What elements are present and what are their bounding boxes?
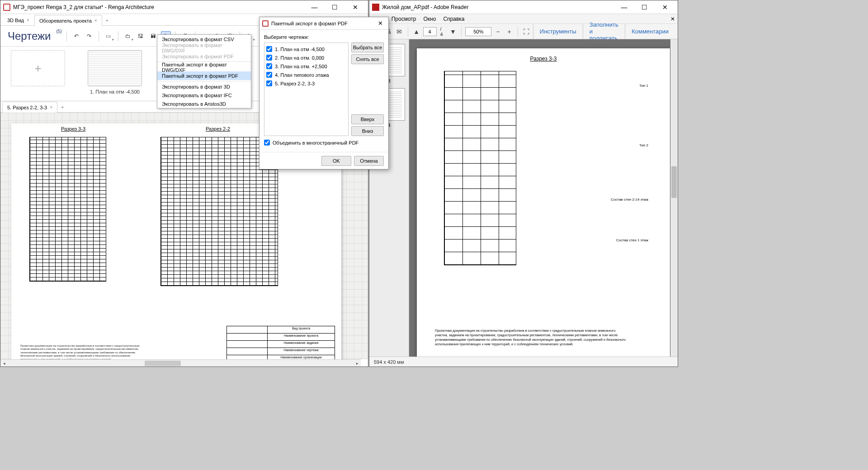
- close-icon[interactable]: ×: [50, 105, 52, 110]
- title-block: Вид проекта Наименование проекта Наимено…: [226, 326, 335, 359]
- list-item[interactable]: 4. План типового этажа: [266, 70, 346, 79]
- renga-app-icon: [262, 20, 269, 27]
- zoom-in-icon[interactable]: +: [505, 26, 514, 38]
- checkbox[interactable]: [266, 63, 272, 69]
- page-down-icon[interactable]: ▼: [448, 26, 458, 38]
- dialog-titlebar[interactable]: Пакетный экспорт в формат PDF ✕: [259, 17, 388, 30]
- reader-title: Жилой дом_АР.pdf - Adobe Reader: [382, 4, 614, 10]
- save-icon[interactable]: 🖫: [136, 31, 146, 41]
- menu-item[interactable]: Окно: [424, 16, 436, 22]
- reader-body: 3 4 Разрез 3-3 Тип 1 Тип 2 Состав стен 2…: [369, 39, 678, 357]
- tab-3d-view[interactable]: 3D Вид×: [2, 14, 34, 25]
- batch-export-dialog: Пакетный экспорт в формат PDF ✕ Выберите…: [259, 17, 389, 169]
- annot-type1: Тип 1: [639, 84, 648, 88]
- export-dropdown: Экспортировать в формат CSV Экспортирова…: [157, 34, 251, 108]
- checkbox[interactable]: [266, 80, 272, 86]
- section-label-3-3: Разрез 3-3: [61, 126, 85, 132]
- minimize-button[interactable]: —: [304, 1, 325, 14]
- sub-tab-section[interactable]: 5. Разрез 2-2, 3-3×: [2, 102, 57, 113]
- vertical-scrollbar[interactable]: [670, 39, 678, 357]
- close-button[interactable]: ✕: [345, 1, 365, 14]
- scroll-thumb[interactable]: [145, 361, 181, 366]
- zoom-out-icon[interactable]: −: [493, 26, 503, 38]
- views-icon[interactable]: ▭: [104, 31, 113, 41]
- checkbox[interactable]: [266, 55, 272, 61]
- thumb-preview: [88, 50, 142, 86]
- redo-icon[interactable]: ↷: [84, 31, 94, 41]
- scroll-left-icon[interactable]: ◂: [0, 360, 8, 367]
- ok-button[interactable]: OK: [321, 156, 351, 166]
- maximize-button[interactable]: ☐: [325, 1, 345, 14]
- close-button[interactable]: ✕: [655, 1, 675, 14]
- maximize-button[interactable]: ☐: [634, 1, 655, 14]
- move-up-button[interactable]: Вверх: [351, 114, 384, 124]
- select-all-button[interactable]: Выбрать все: [351, 42, 384, 52]
- checkbox[interactable]: [266, 72, 272, 78]
- menu-item[interactable]: Справка: [443, 16, 464, 22]
- doc-close-icon[interactable]: ✕: [670, 16, 675, 22]
- section-label-2-2: Разрез 2-2: [206, 126, 230, 132]
- list-item[interactable]: 2. План на отм. 0,000: [266, 53, 346, 62]
- pdf-building-schematic: [444, 71, 516, 265]
- dialog-close-icon[interactable]: ✕: [375, 20, 386, 27]
- page-number-input[interactable]: [423, 27, 437, 36]
- pdf-title: Разрез 3-3: [530, 56, 557, 62]
- mi-export-pdf: Экспортировать в формат PDF: [157, 52, 251, 61]
- mi-batch-dwg[interactable]: Пакетный экспорт в формат DWG/DXF: [157, 63, 251, 71]
- thumb-plan-1[interactable]: 1. План на отм -4,500: [85, 50, 144, 97]
- building-schematic-left: [29, 137, 106, 282]
- drawings-list: 1. План на отм -4,500 2. План на отм. 0,…: [264, 42, 349, 136]
- open-icon[interactable]: 🗀: [123, 31, 133, 41]
- list-item[interactable]: 1. План на отм -4,500: [266, 45, 346, 53]
- dialog-title: Пакетный экспорт в формат PDF: [271, 21, 375, 26]
- undo-icon[interactable]: ↶: [71, 31, 81, 41]
- reader-tab-fill-sign[interactable]: Заполнить и подписать: [583, 24, 625, 39]
- page-size-label: 594 x 420 мм: [374, 359, 404, 365]
- page-view[interactable]: Разрез 3-3 Тип 1 Тип 2 Состав стен 2-14 …: [409, 39, 678, 357]
- scroll-thumb[interactable]: [671, 166, 677, 198]
- pdf-footnote: Проектная документация на строительство …: [435, 329, 629, 347]
- close-icon[interactable]: ×: [94, 18, 97, 23]
- reader-tab-tools[interactable]: Инструменты: [533, 24, 583, 39]
- mi-batch-pdf[interactable]: Пакетный экспорт в формат PDF: [157, 71, 251, 80]
- minimize-button[interactable]: —: [614, 1, 634, 14]
- cancel-button[interactable]: Отмена: [354, 156, 384, 166]
- mi-export-aristos[interactable]: Экспортировать в Aristos3D: [157, 99, 251, 108]
- pdf-app-icon: [372, 4, 379, 11]
- horizontal-scrollbar[interactable]: ◂ ▸: [0, 359, 361, 367]
- clear-all-button[interactable]: Снять все: [351, 54, 384, 64]
- annot-type2: Тип 2: [639, 143, 648, 148]
- page-total: / 4: [440, 26, 445, 37]
- list-item[interactable]: 5. Разрез 2-2, 3-3: [266, 79, 346, 88]
- tab-add[interactable]: +: [102, 14, 112, 25]
- sub-tab-add[interactable]: +: [57, 101, 67, 112]
- annot-walls-1: Состав стен 1 этаж: [616, 238, 648, 243]
- reader-window: Жилой дом_АР.pdf - Adobe Reader — ☐ ✕ ан…: [369, 0, 678, 367]
- reader-tab-comments[interactable]: Комментарии: [625, 24, 675, 39]
- mi-export-3d[interactable]: Экспортировать в формат 3D: [157, 82, 251, 91]
- mi-export-ifc[interactable]: Экспортировать в формат IFC: [157, 91, 251, 99]
- renga-titlebar: МГЭ_проект Renga 3_2 для статьи* - Renga…: [0, 0, 368, 14]
- merge-checkbox[interactable]: [264, 140, 270, 146]
- close-icon[interactable]: ×: [27, 18, 29, 23]
- reader-toolbar: 🖫 🖶 ✉ ▲ / 4 ▼ − + ⛶ Инструменты Заполнит…: [369, 24, 678, 39]
- tab-project-browser[interactable]: Обозреватель проекта×: [34, 15, 102, 26]
- page-title: Чертежи: [8, 30, 51, 42]
- reader-titlebar: Жилой дом_АР.pdf - Adobe Reader — ☐ ✕: [369, 0, 678, 14]
- renga-app-icon: [3, 4, 10, 11]
- list-item[interactable]: 3. План на отм. +2,500: [266, 62, 346, 70]
- reader-status-bar: 594 x 420 мм: [369, 357, 678, 367]
- move-down-button[interactable]: Вниз: [351, 126, 384, 136]
- checkbox[interactable]: [266, 46, 272, 52]
- mi-export-dwg: Экспортировать в формат DWG/DXF: [157, 43, 251, 52]
- zoom-select[interactable]: [465, 27, 491, 36]
- reader-menu: ание Просмотр Окно Справка ✕: [369, 14, 678, 24]
- menu-item[interactable]: Просмотр: [392, 16, 416, 22]
- page-up-icon[interactable]: ▲: [412, 26, 421, 38]
- scroll-right-icon[interactable]: ▸: [354, 360, 361, 367]
- mail-icon[interactable]: ✉: [395, 26, 404, 38]
- thumb-new[interactable]: +: [9, 50, 67, 97]
- drawing-footnote: Проектная документация на строительство …: [20, 344, 147, 360]
- fit-icon[interactable]: ⛶: [522, 26, 531, 38]
- count-badge: (5): [56, 29, 61, 34]
